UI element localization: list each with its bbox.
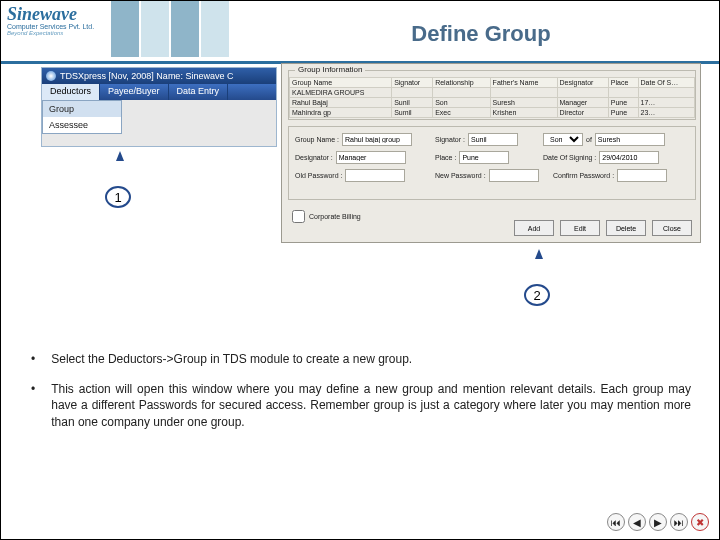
dialog-buttons: Add Edit Delete Close [514, 220, 692, 236]
field-signator: Signator : [435, 133, 518, 146]
col-group-name: Group Name [290, 78, 392, 88]
col-place: Place [608, 78, 638, 88]
add-button[interactable]: Add [514, 220, 554, 236]
logo-name: Sinewave [7, 5, 107, 23]
decor-band [141, 1, 169, 57]
slide-nav: ⏮ ◀ ▶ ⏭ ✖ [607, 513, 709, 531]
submenu-group[interactable]: Group [43, 101, 121, 117]
cell: Pune [608, 108, 638, 118]
field-place: Place : [435, 151, 509, 164]
input-old-pw[interactable] [345, 169, 405, 182]
nav-last-icon[interactable]: ⏭ [670, 513, 688, 531]
delete-button[interactable]: Delete [606, 220, 646, 236]
cell: Mahindra gp [290, 108, 392, 118]
app-title-text: TDSXpress [Nov, 2008] Name: Sinewave C [60, 71, 233, 81]
cell: Rahul Bajaj [290, 98, 392, 108]
cell: Manager [557, 98, 608, 108]
label-conf-pw: Confirm Password : [553, 172, 614, 179]
cell [392, 88, 433, 98]
col-designator: Designator [557, 78, 608, 88]
input-new-pw[interactable] [489, 169, 539, 182]
app-titlebar: TDSXpress [Nov, 2008] Name: Sinewave C [42, 68, 276, 84]
checkbox-corporate-billing[interactable]: Corporate Billing [292, 210, 361, 223]
close-button[interactable]: Close [652, 220, 692, 236]
cell [608, 88, 638, 98]
bullet-1-text: Select the Deductors->Group in TDS modul… [51, 351, 412, 367]
field-old-pw: Old Password : [295, 169, 405, 182]
input-group-name[interactable] [342, 133, 412, 146]
arrow-icon [535, 249, 543, 259]
group-info-box: Group Information Group Name Signator Re… [288, 70, 696, 120]
label-signator: Signator : [435, 136, 465, 143]
cell: Son [433, 98, 490, 108]
cell: Pune [608, 98, 638, 108]
cell [638, 88, 694, 98]
input-father[interactable] [595, 133, 665, 146]
group-table: Group Name Signator Relationship Father'… [289, 77, 695, 118]
bullet-2: This action will open this window where … [31, 381, 691, 430]
table-row[interactable]: Mahindra gpSumilExecKrishenDirectorPune2… [290, 108, 695, 118]
input-signator[interactable] [468, 133, 518, 146]
cell [433, 88, 490, 98]
label-group-name: Group Name : [295, 136, 339, 143]
col-relationship: Relationship [433, 78, 490, 88]
menu-dataentry[interactable]: Data Entry [169, 84, 229, 100]
cell [557, 88, 608, 98]
logo: Sinewave Computer Services Pvt. Ltd. Bey… [7, 5, 107, 53]
decor-band [201, 1, 229, 57]
logo-sub2: Beyond Expectations [7, 30, 107, 36]
field-dos: Date Of Signing : [543, 151, 659, 164]
nav-next-icon[interactable]: ▶ [649, 513, 667, 531]
col-date: Date Of S… [638, 78, 694, 88]
bullet-2-text: This action will open this window where … [51, 381, 691, 430]
group-info-dialog: Group Information Group Name Signator Re… [281, 63, 701, 243]
menu-deductors[interactable]: Deductors [42, 84, 100, 100]
input-designator[interactable] [336, 151, 406, 164]
label-place: Place : [435, 154, 456, 161]
cell: Sumil [392, 108, 433, 118]
page-title: Define Group [251, 21, 711, 47]
field-group-name: Group Name : [295, 133, 412, 146]
edit-button[interactable]: Edit [560, 220, 600, 236]
slide: Sinewave Computer Services Pvt. Ltd. Bey… [0, 0, 720, 540]
instruction-list: Select the Deductors->Group in TDS modul… [31, 351, 691, 444]
app-window-left: TDSXpress [Nov, 2008] Name: Sinewave C D… [41, 67, 277, 147]
cell: 17… [638, 98, 694, 108]
bullet-1: Select the Deductors->Group in TDS modul… [31, 351, 691, 367]
label-designator: Designator : [295, 154, 333, 161]
field-conf-pw: Confirm Password : [553, 169, 667, 182]
table-row[interactable]: KALMEDIRA GROUPS [290, 88, 695, 98]
checkbox-input[interactable] [292, 210, 305, 223]
col-fathers-name: Father's Name [490, 78, 557, 88]
table-row[interactable]: Rahul BajajSunilSonSureshManagerPune17… [290, 98, 695, 108]
menu-payee[interactable]: Payee/Buyer [100, 84, 169, 100]
cell: Suresh [490, 98, 557, 108]
nav-prev-icon[interactable]: ◀ [628, 513, 646, 531]
nav-first-icon[interactable]: ⏮ [607, 513, 625, 531]
input-dos[interactable] [599, 151, 659, 164]
label-new-pw: New Password : [435, 172, 486, 179]
label-dos: Date Of Signing : [543, 154, 596, 161]
group-info-title: Group Information [295, 65, 365, 74]
callout-1: 1 [105, 186, 131, 208]
field-new-pw: New Password : [435, 169, 539, 182]
cell [490, 88, 557, 98]
checkbox-label: Corporate Billing [309, 213, 361, 220]
col-signator: Signator [392, 78, 433, 88]
nav-close-icon[interactable]: ✖ [691, 513, 709, 531]
input-conf-pw[interactable] [617, 169, 667, 182]
decor-band [111, 1, 139, 57]
select-relationship[interactable]: Son [543, 133, 583, 146]
cell: Sunil [392, 98, 433, 108]
cell: KALMEDIRA GROUPS [290, 88, 392, 98]
arrow-icon [116, 151, 124, 161]
input-place[interactable] [459, 151, 509, 164]
app-icon [46, 71, 56, 81]
callout-2-text: 2 [533, 288, 540, 303]
logo-sub1: Computer Services Pvt. Ltd. [7, 23, 107, 30]
cell: Exec [433, 108, 490, 118]
submenu-assessee[interactable]: Assessee [43, 117, 121, 133]
field-designator: Designator : [295, 151, 406, 164]
label-old-pw: Old Password : [295, 172, 342, 179]
field-relationship: Son of [543, 133, 665, 146]
